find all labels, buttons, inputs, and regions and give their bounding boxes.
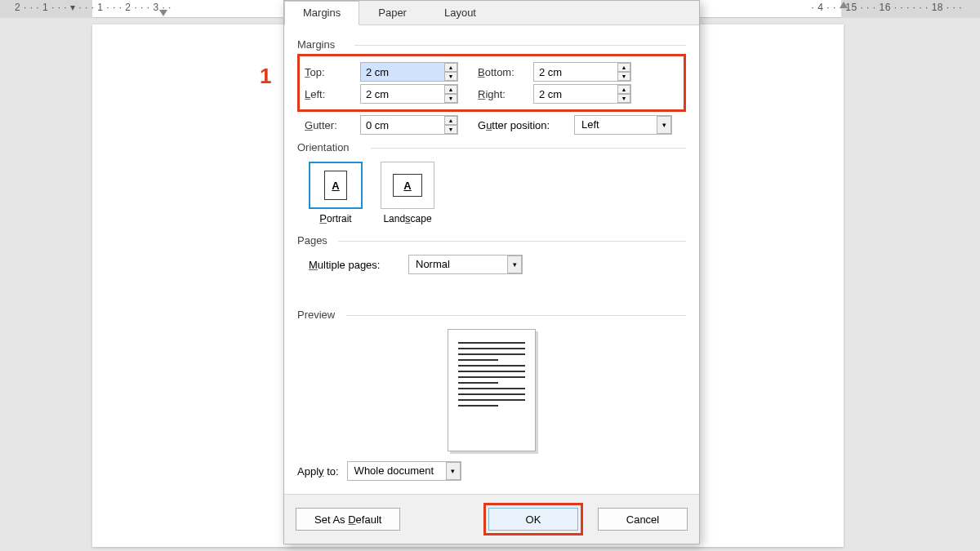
tab-margins[interactable]: Margins	[284, 1, 359, 25]
gutter-input[interactable]	[360, 115, 458, 135]
label-top: Top:	[305, 66, 354, 78]
chevron-down-icon[interactable]: ▾	[507, 256, 522, 273]
annotation-1: 1	[260, 64, 271, 89]
spin-up-icon[interactable]: ▲	[617, 63, 630, 72]
ok-button[interactable]: OK	[488, 508, 578, 531]
left-margin-input[interactable]	[360, 84, 458, 104]
preview-page-icon	[448, 329, 536, 451]
spin-up-icon[interactable]: ▲	[444, 63, 457, 72]
orientation-portrait-label: Portrait	[309, 212, 363, 224]
top-margin-input[interactable]	[360, 62, 458, 82]
tab-layout[interactable]: Layout	[425, 1, 495, 24]
apply-to-value: Whole document	[347, 461, 461, 481]
dialog-footer: Set As Default OK Cancel	[284, 494, 699, 544]
spin-up-icon[interactable]: ▲	[617, 85, 630, 94]
dialog-body: Margins Top: ▲▼ Bottom: ▲▼ Left: ▲▼	[284, 25, 699, 494]
gutter-stepper[interactable]: ▲▼	[360, 115, 458, 135]
indent-marker-icon[interactable]	[159, 10, 167, 16]
label-gutter-position: Gutter position:	[478, 119, 568, 131]
bottom-margin-stepper[interactable]: ▲▼	[533, 62, 631, 82]
ruler-text-right: · 4 · · · 15 · · · 16 · · · · · · 18 · ·…	[812, 2, 962, 13]
annotation-box-1: Top: ▲▼ Bottom: ▲▼ Left: ▲▼ Right:	[297, 54, 686, 112]
spin-down-icon[interactable]: ▼	[444, 94, 457, 103]
annotation-box-2: OK	[483, 503, 583, 535]
bottom-margin-input[interactable]	[533, 62, 631, 82]
spin-down-icon[interactable]: ▼	[617, 72, 630, 81]
label-bottom: Bottom:	[478, 66, 527, 78]
right-margin-stepper[interactable]: ▲▼	[533, 84, 631, 104]
gutter-position-select[interactable]: Left ▾	[574, 115, 672, 135]
ruler-text-left: 2 · · · 1 · · · ▾ · · · 1 · · · 2 · · · …	[15, 2, 172, 13]
apply-to-select[interactable]: Whole document ▾	[347, 461, 461, 481]
orientation-landscape[interactable]: A Landscape	[381, 162, 434, 224]
section-margins: Margins	[297, 38, 686, 51]
preview-area	[297, 324, 686, 455]
left-margin-stepper[interactable]: ▲▼	[360, 84, 458, 104]
tab-paper[interactable]: Paper	[359, 1, 425, 24]
page-setup-dialog: Margins Paper Layout Margins Top: ▲▼ Bot…	[283, 0, 700, 544]
set-as-default-button[interactable]: Set As Default	[296, 508, 400, 531]
right-indent-marker-icon[interactable]	[840, 2, 848, 8]
cancel-button[interactable]: Cancel	[598, 508, 688, 531]
label-right: Right:	[478, 88, 527, 100]
spin-down-icon[interactable]: ▼	[444, 72, 457, 81]
right-margin-input[interactable]	[533, 84, 631, 104]
section-pages: Pages	[297, 234, 686, 247]
chevron-down-icon[interactable]: ▾	[657, 116, 671, 134]
label-left: Left:	[305, 88, 354, 100]
label-apply-to: Apply to:	[297, 465, 339, 478]
chevron-down-icon[interactable]: ▾	[446, 462, 461, 480]
section-preview: Preview	[297, 309, 686, 321]
orientation-landscape-label: Landscape	[381, 212, 434, 224]
section-orientation: Orientation	[297, 141, 686, 153]
top-margin-stepper[interactable]: ▲▼	[360, 62, 458, 82]
label-gutter: Gutter:	[305, 119, 354, 131]
spin-up-icon[interactable]: ▲	[444, 85, 457, 94]
label-multiple-pages: Multiple pages:	[309, 259, 390, 271]
multiple-pages-select[interactable]: Normal ▾	[408, 255, 523, 274]
orientation-portrait[interactable]: A Portrait	[309, 162, 363, 224]
spin-up-icon[interactable]: ▲	[444, 116, 457, 125]
multiple-pages-value: Normal	[408, 255, 523, 274]
dialog-tabs: Margins Paper Layout	[284, 1, 699, 25]
spin-down-icon[interactable]: ▼	[444, 125, 457, 134]
spin-down-icon[interactable]: ▼	[617, 94, 630, 103]
